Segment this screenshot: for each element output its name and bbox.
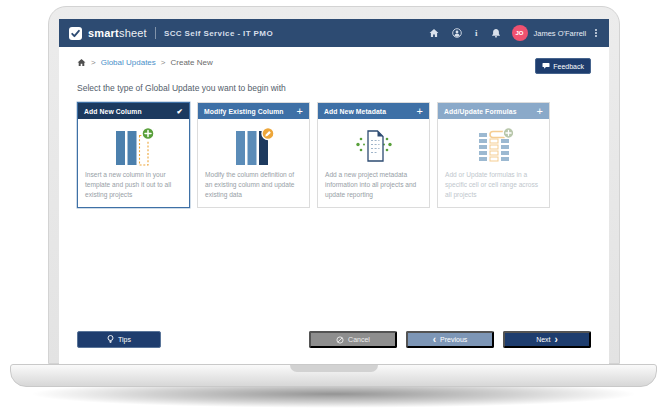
card-add-new-metadata[interactable]: Add New Metadata + [317,102,430,208]
plus-icon: + [296,106,303,116]
card-description: Modify the column definition of an exist… [205,170,302,200]
card-title: Add New Column [84,108,142,115]
user-name: James O'Farrell [534,29,587,38]
card-title: Add New Metadata [324,108,386,115]
page-topbar: > Global Updates > Create New Feedback [59,47,609,74]
laptop-base [10,364,657,387]
speech-bubble-icon [542,62,550,70]
breadcrumb-current: Create New [171,58,213,67]
modify-column-icon [205,123,302,168]
next-label: Next [536,336,550,343]
brand-light: sheet [119,27,147,39]
account-icon[interactable] [452,28,462,38]
breadcrumb-separator: > [91,58,96,67]
previous-label: Previous [440,336,467,343]
breadcrumb: > Global Updates > Create New [77,58,213,67]
add-column-icon [85,123,182,168]
feedback-button[interactable]: Feedback [535,58,591,74]
chevron-left-icon: ‹ [433,336,436,344]
workspace-title: SCC Self Service - IT PMO [164,29,273,38]
card-add-new-column[interactable]: Add New Column ✔ [77,102,190,208]
previous-button[interactable]: ‹ Previous [406,331,494,348]
card-body[interactable]: Insert a new column in your template and… [78,119,189,207]
card-title: Modify Existing Column [204,108,284,115]
breadcrumb-separator: > [161,58,166,67]
plus-icon: + [536,106,543,116]
feedback-label: Feedback [553,63,584,70]
cancel-circle-icon [336,336,344,344]
bell-icon[interactable] [491,28,501,38]
avatar-initials: JO [515,30,523,36]
card-add-update-formulas[interactable]: Add/Update Formulas + [437,102,550,208]
header-divider [155,27,156,39]
wizard-nav-buttons: Cancel ‹ Previous Next › [309,331,591,348]
card-description: Add or Update formulas in a specific cel… [445,170,542,200]
global-updates-page: > Global Updates > Create New Feedback S… [59,47,609,365]
smartsheet-logo-icon[interactable] [69,27,82,40]
header-icon-group: i [429,28,501,38]
card-header[interactable]: Add New Column ✔ [78,103,189,119]
next-button[interactable]: Next › [503,331,591,348]
card-modify-existing-column[interactable]: Modify Existing Column + [197,102,310,208]
tips-label: Tips [118,336,131,343]
lightbulb-icon [107,335,114,344]
app-window: smartsheet SCC Self Service - IT PMO [59,19,609,365]
plus-icon: + [416,106,423,116]
kebab-menu-icon[interactable] [593,27,599,39]
card-header[interactable]: Modify Existing Column + [198,103,309,119]
formulas-grid-icon [445,123,542,168]
update-type-cards: Add New Column ✔ [59,93,609,208]
card-body[interactable]: Add a new project metadata information i… [318,119,429,207]
home-icon[interactable] [429,28,439,38]
footer-actions: Tips Cancel [59,331,609,348]
brand-wordmark: smartsheet [88,27,147,39]
laptop-screen-bezel: smartsheet SCC Self Service - IT PMO [48,6,620,364]
card-body[interactable]: Modify the column definition of an exist… [198,119,309,207]
tips-button[interactable]: Tips [77,331,161,348]
card-header[interactable]: Add New Metadata + [318,103,429,119]
app-header: smartsheet SCC Self Service - IT PMO [59,19,609,47]
metadata-document-icon [325,123,422,168]
card-description: Add a new project metadata information i… [325,170,422,200]
cancel-label: Cancel [348,336,370,343]
cancel-button[interactable]: Cancel [309,331,397,348]
info-icon[interactable]: i [475,28,478,38]
card-body[interactable]: Add or Update formulas in a specific cel… [438,119,549,207]
laptop-base-notch [290,365,378,372]
card-description: Insert a new column in your template and… [85,170,182,200]
brand-bold: smart [88,27,119,39]
chevron-right-icon: › [555,336,558,344]
page-subtitle: Select the type of Global Update you wan… [59,74,609,93]
card-title: Add/Update Formulas [444,108,517,115]
card-header[interactable]: Add/Update Formulas + [438,103,549,119]
check-icon: ✔ [177,107,183,116]
breadcrumb-link-global-updates[interactable]: Global Updates [101,58,156,67]
breadcrumb-home-icon[interactable] [77,58,86,67]
avatar[interactable]: JO [512,25,528,41]
